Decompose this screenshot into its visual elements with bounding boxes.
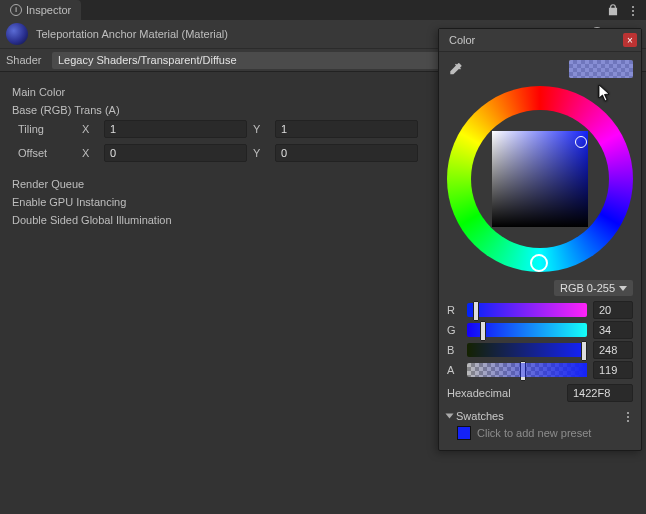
info-icon: i	[10, 4, 22, 16]
tiling-grid: Tiling X 1 Y 1 Offset X 0 Y 0	[18, 120, 418, 162]
color-picker-window: Color × RGB 0-255 R 20 G 34 B 248 A 119	[438, 28, 642, 451]
tiling-label: Tiling	[18, 123, 76, 135]
color-mode-value: RGB 0-255	[560, 282, 615, 294]
r-row: R 20	[439, 300, 641, 320]
foldout-triangle-icon	[446, 414, 454, 419]
eyedropper-icon[interactable]	[447, 61, 463, 77]
sv-square[interactable]	[492, 131, 588, 227]
g-label: G	[447, 324, 461, 336]
preset-row[interactable]: Click to add new preset	[439, 426, 641, 450]
tiling-x-input[interactable]: 1	[104, 120, 247, 138]
offset-y-input[interactable]: 0	[275, 144, 418, 162]
lock-icon[interactable]	[606, 3, 620, 17]
sv-marker[interactable]	[575, 136, 587, 148]
g-thumb[interactable]	[480, 321, 486, 341]
swatches-label: Swatches	[456, 410, 504, 422]
swatches-menu-icon[interactable]	[623, 410, 633, 422]
close-icon[interactable]: ×	[623, 33, 637, 47]
preset-hint: Click to add new preset	[477, 427, 591, 439]
tiling-y-label: Y	[253, 123, 269, 135]
tab-menu-icon[interactable]	[628, 4, 638, 16]
color-mode-dropdown[interactable]: RGB 0-255	[554, 280, 633, 296]
material-preview-sphere[interactable]	[6, 23, 28, 45]
offset-x-label: X	[82, 147, 98, 159]
tabbar-controls	[606, 3, 646, 17]
offset-label: Offset	[18, 147, 76, 159]
b-thumb[interactable]	[581, 341, 587, 361]
r-slider[interactable]	[467, 303, 587, 317]
inspector-tab-label: Inspector	[26, 4, 71, 16]
hex-input[interactable]: 1422F8	[567, 384, 633, 402]
r-label: R	[447, 304, 461, 316]
b-row: B 248	[439, 340, 641, 360]
tiling-y-input[interactable]: 1	[275, 120, 418, 138]
g-value-input[interactable]: 34	[593, 321, 633, 339]
hex-label: Hexadecimal	[447, 387, 561, 399]
shader-label: Shader	[6, 54, 52, 66]
r-value-input[interactable]: 20	[593, 301, 633, 319]
hex-row: Hexadecimal 1422F8	[439, 380, 641, 406]
r-thumb[interactable]	[473, 301, 479, 321]
offset-y-label: Y	[253, 147, 269, 159]
offset-x-input[interactable]: 0	[104, 144, 247, 162]
a-thumb[interactable]	[520, 361, 526, 381]
preset-swatch[interactable]	[457, 426, 471, 440]
inspector-tab-bar: i Inspector	[0, 0, 646, 20]
a-slider[interactable]	[467, 363, 587, 377]
shader-value: Legacy Shaders/Transparent/Diffuse	[58, 54, 237, 66]
b-slider[interactable]	[467, 343, 587, 357]
g-slider[interactable]	[467, 323, 587, 337]
a-label: A	[447, 364, 461, 376]
hue-marker[interactable]	[530, 254, 548, 272]
a-row: A 119	[439, 360, 641, 380]
color-picker-title: Color	[449, 34, 623, 46]
tiling-x-label: X	[82, 123, 98, 135]
g-row: G 34	[439, 320, 641, 340]
b-label: B	[447, 344, 461, 356]
b-value-input[interactable]: 248	[593, 341, 633, 359]
inspector-tab[interactable]: i Inspector	[0, 0, 81, 21]
color-wheel[interactable]	[447, 86, 633, 272]
swatches-header[interactable]: Swatches	[439, 406, 641, 426]
color-preview-swatch[interactable]	[569, 60, 633, 78]
a-value-input[interactable]: 119	[593, 361, 633, 379]
color-picker-titlebar[interactable]: Color ×	[439, 29, 641, 52]
